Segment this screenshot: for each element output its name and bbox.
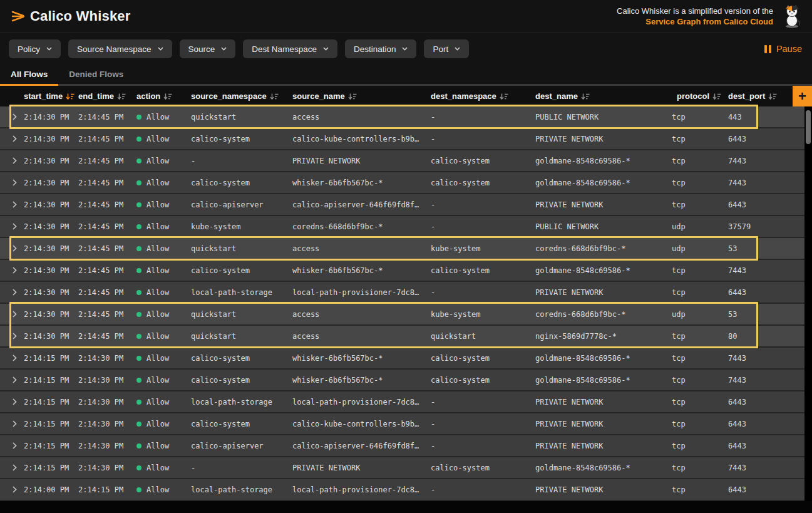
tab-denied-flows[interactable]: Denied Flows	[58, 65, 134, 84]
cell-source-namespace: local-path-storage	[191, 282, 292, 303]
row-expand-chevron-icon[interactable]	[13, 172, 21, 193]
filter-source-namespace-label: Source Namespace	[77, 44, 152, 54]
table-row[interactable]: 2:14:30 PM 2:14:45 PM Allow kube-system …	[0, 216, 804, 238]
cell-end-time: 2:14:45 PM	[78, 260, 136, 281]
cell-start-time: 2:14:15 PM	[24, 391, 78, 412]
service-graph-link[interactable]: Service Graph from Calico Cloud	[617, 16, 773, 27]
row-expand-chevron-icon[interactable]	[13, 260, 21, 281]
row-expand-chevron-icon[interactable]	[13, 370, 21, 390]
row-expand-chevron-icon[interactable]	[13, 216, 21, 237]
cell-dest-namespace: -	[431, 216, 535, 237]
row-expand-chevron-icon[interactable]	[13, 304, 21, 324]
cell-start-time: 2:14:30 PM	[24, 172, 78, 193]
cell-dest-name: PUBLIC NETWORK	[535, 106, 667, 127]
table-row[interactable]: 2:14:15 PM 2:14:30 PM Allow local-path-s…	[0, 391, 804, 413]
row-expand-chevron-icon[interactable]	[13, 326, 21, 346]
column-header-dest-namespace[interactable]: dest_namespace	[431, 86, 508, 106]
cell-dest-namespace: calico-system	[431, 370, 535, 390]
tagline-text: Calico Whisker is a simplified version o…	[617, 6, 773, 16]
row-expand-chevron-icon[interactable]	[13, 150, 21, 171]
row-expand-chevron-icon[interactable]	[13, 128, 21, 149]
column-header-source-namespace[interactable]: source_namespace	[191, 86, 279, 106]
cell-dest-port: 6443	[728, 479, 804, 500]
pause-button[interactable]: Pause	[764, 44, 802, 54]
table-row[interactable]: 2:14:15 PM 2:14:30 PM Allow calico-apise…	[0, 435, 804, 457]
table-row[interactable]: 2:14:15 PM 2:14:30 PM Allow - PRIVATE NE…	[0, 457, 804, 479]
table-row[interactable]: 2:14:30 PM 2:14:45 PM Allow - PRIVATE NE…	[0, 150, 804, 172]
column-header-source-name[interactable]: source_name	[292, 86, 357, 106]
cell-dest-namespace: -	[431, 128, 535, 149]
cell-protocol: tcp	[672, 260, 723, 281]
filter-port-dropdown[interactable]: Port	[424, 39, 469, 58]
action-label: Allow	[146, 332, 169, 341]
filter-destination-label: Destination	[354, 44, 396, 54]
sort-icon	[500, 93, 508, 100]
column-header-protocol[interactable]: protocol	[677, 86, 721, 106]
row-expand-chevron-icon[interactable]	[13, 106, 21, 127]
chevron-down-icon	[402, 47, 408, 51]
cell-protocol: tcp	[672, 150, 723, 171]
row-expand-chevron-icon[interactable]	[13, 194, 21, 215]
cell-end-time: 2:14:45 PM	[78, 106, 136, 127]
row-expand-chevron-icon[interactable]	[13, 435, 21, 456]
table-row[interactable]: 2:14:30 PM 2:14:45 PM Allow calico-syste…	[0, 172, 804, 194]
row-expand-chevron-icon[interactable]	[13, 391, 21, 412]
table-row[interactable]: 2:14:30 PM 2:14:45 PM Allow quickstart a…	[0, 304, 804, 326]
column-header-dest-port[interactable]: dest_port	[728, 86, 777, 106]
table-row[interactable]: 2:14:30 PM 2:14:45 PM Allow local-path-s…	[0, 282, 804, 304]
table-row[interactable]: 2:14:15 PM 2:14:30 PM Allow calico-syste…	[0, 370, 804, 391]
filter-source-dropdown[interactable]: Source	[180, 39, 236, 58]
sort-icon	[66, 93, 75, 100]
top-bar: Calico Whisker Calico Whisker is a simpl…	[0, 0, 812, 33]
filter-dest-namespace-dropdown[interactable]: Dest Namespace	[243, 39, 337, 58]
table-row[interactable]: 2:14:00 PM 2:14:15 PM Allow local-path-s…	[0, 479, 804, 501]
cell-start-time: 2:14:30 PM	[24, 238, 78, 259]
row-expand-chevron-icon[interactable]	[13, 348, 21, 368]
table-row[interactable]: 2:14:30 PM 2:14:45 PM Allow quickstart a…	[0, 326, 804, 348]
table-row[interactable]: 2:14:30 PM 2:14:45 PM Allow calico-syste…	[0, 260, 804, 282]
action-label: Allow	[146, 266, 169, 275]
column-header-end-time[interactable]: end_time	[78, 86, 126, 106]
table-row[interactable]: 2:14:15 PM 2:14:30 PM Allow calico-syste…	[0, 413, 804, 435]
filter-destination-dropdown[interactable]: Destination	[345, 39, 417, 58]
cell-action: Allow	[136, 391, 191, 412]
cell-source-name: local-path-provisioner-7dc8…	[292, 479, 431, 500]
cell-source-namespace: calico-system	[191, 348, 292, 368]
action-label: Allow	[146, 354, 169, 363]
row-expand-chevron-icon[interactable]	[13, 282, 21, 303]
table-row[interactable]: 2:14:15 PM 2:14:30 PM Allow calico-syste…	[0, 348, 804, 370]
action-label: Allow	[146, 179, 169, 187]
cell-source-name: PRIVATE NETWORK	[292, 457, 431, 478]
cell-dest-port: 7443	[728, 172, 804, 193]
row-expand-chevron-icon[interactable]	[13, 479, 21, 500]
filter-policy-dropdown[interactable]: Policy	[9, 39, 61, 58]
cell-dest-port: 7443	[728, 457, 804, 478]
vertical-scrollbar-thumb[interactable]	[806, 110, 811, 144]
cell-end-time: 2:14:45 PM	[78, 194, 136, 215]
table-row[interactable]: 2:14:30 PM 2:14:45 PM Allow calico-apise…	[0, 194, 804, 216]
add-column-button[interactable]: +	[793, 86, 812, 106]
cell-start-time: 2:14:15 PM	[24, 348, 78, 368]
cell-dest-name: goldmane-8548c69586-*	[535, 457, 667, 478]
cell-action: Allow	[136, 326, 191, 346]
table-row[interactable]: 2:14:30 PM 2:14:45 PM Allow quickstart a…	[0, 238, 804, 260]
cell-dest-name: PRIVATE NETWORK	[535, 194, 667, 215]
cell-source-namespace: local-path-storage	[191, 391, 292, 412]
cell-source-namespace: kube-system	[191, 216, 292, 237]
row-expand-chevron-icon[interactable]	[13, 457, 21, 478]
tab-all-flows[interactable]: All Flows	[0, 65, 58, 84]
row-expand-chevron-icon[interactable]	[13, 413, 21, 434]
row-expand-chevron-icon[interactable]	[13, 238, 21, 259]
cell-action: Allow	[136, 435, 191, 456]
action-label: Allow	[146, 113, 169, 122]
pause-icon	[764, 45, 771, 53]
column-header-start-time[interactable]: start_time	[24, 86, 75, 106]
cell-end-time: 2:14:45 PM	[78, 128, 136, 149]
table-row[interactable]: 2:14:30 PM 2:14:45 PM Allow quickstart a…	[0, 106, 804, 128]
cell-dest-namespace: -	[431, 435, 535, 456]
column-header-action[interactable]: action	[136, 86, 172, 106]
column-header-dest-name[interactable]: dest_name	[535, 86, 590, 106]
cell-dest-name: nginx-5869d7778c-*	[535, 326, 667, 346]
filter-source-namespace-dropdown[interactable]: Source Namespace	[68, 39, 172, 58]
table-row[interactable]: 2:14:30 PM 2:14:45 PM Allow calico-syste…	[0, 128, 804, 150]
